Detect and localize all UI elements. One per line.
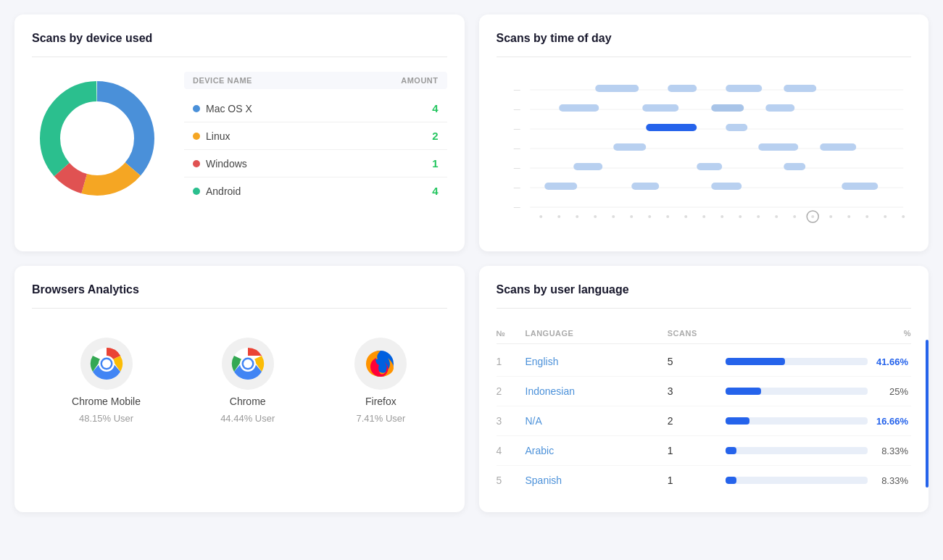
language-table-header: № LANGUAGE SCANS % — [497, 323, 912, 344]
chrome-mobile-pct: 48.15% User — [79, 413, 133, 424]
svg-rect-43 — [765, 104, 794, 112]
device-table: DEVICE NAME AMOUNT Mac OS X 4 Linux 2 Wi… — [184, 72, 447, 204]
svg-point-28 — [793, 215, 796, 218]
svg-point-24 — [720, 215, 723, 218]
table-row: Linux 2 — [184, 122, 447, 150]
lang-bar-fill — [726, 358, 785, 365]
svg-rect-37 — [668, 85, 697, 92]
device-name: Linux — [193, 130, 432, 142]
lang-col-bar — [726, 329, 868, 338]
svg-text:—: — — [513, 204, 520, 211]
lang-num: 5 — [497, 475, 525, 486]
table-row: 4 Arabic 1 8.33% — [497, 436, 912, 466]
lang-scans: 1 — [668, 475, 726, 486]
device-table-header: DEVICE NAME AMOUNT — [184, 72, 447, 89]
svg-rect-47 — [758, 143, 798, 151]
chrome-pct: 44.44% User — [220, 413, 275, 424]
lang-num: 1 — [497, 356, 525, 367]
lang-col-no: № — [497, 329, 525, 338]
svg-rect-51 — [784, 163, 805, 170]
svg-rect-46 — [613, 143, 646, 151]
svg-point-34 — [884, 215, 886, 218]
card-language: Scans by user language № LANGUAGE SCANS … — [479, 266, 929, 512]
svg-rect-48 — [820, 143, 856, 151]
lang-name: Arabic — [525, 445, 668, 456]
table-row: 1 English 5 41.66% — [497, 347, 912, 377]
device-dot — [193, 133, 200, 140]
svg-point-19 — [630, 215, 633, 218]
donut-svg — [32, 73, 162, 204]
device-dot — [193, 188, 200, 195]
device-label: Windows — [206, 158, 247, 170]
table-row: Mac OS X 4 — [184, 95, 447, 122]
table-row: 2 Indonesian 3 25% — [497, 377, 912, 406]
lang-bar-fill — [726, 388, 761, 395]
lang-bar — [726, 417, 868, 425]
svg-point-15 — [557, 215, 560, 218]
svg-text:—: — — [513, 145, 520, 152]
lang-name: Spanish — [525, 475, 668, 486]
svg-rect-39 — [784, 85, 816, 92]
browser-item-chrome: Chrome 44.44% User — [220, 338, 275, 424]
lang-bar-fill — [726, 417, 749, 425]
lang-num: 2 — [497, 385, 525, 397]
donut-chart — [32, 73, 162, 204]
lang-col-scans: SCANS — [668, 329, 726, 338]
svg-text:—: — — [513, 86, 520, 93]
device-name: Android — [193, 185, 432, 197]
chrome-mobile-name: Chrome Mobile — [72, 396, 141, 407]
device-rows: Mac OS X 4 Linux 2 Windows 1 Android 4 — [184, 95, 447, 204]
device-dot — [193, 105, 200, 112]
svg-point-26 — [757, 215, 760, 218]
svg-rect-54 — [711, 183, 741, 190]
lang-pct: 25% — [868, 386, 911, 397]
svg-text:—: — — [513, 125, 520, 133]
svg-point-60 — [102, 359, 111, 368]
table-row: 3 N/A 2 16.66% — [497, 406, 912, 436]
svg-point-29 — [811, 215, 814, 218]
device-amount: 2 — [432, 130, 438, 142]
lang-bar — [726, 388, 868, 395]
table-row: Windows 1 — [184, 150, 447, 177]
svg-rect-53 — [631, 183, 659, 190]
svg-point-33 — [865, 215, 868, 218]
browser-item-chrome-mobile: Chrome Mobile 48.15% User — [72, 338, 141, 424]
svg-rect-44 — [646, 124, 697, 131]
lang-num: 4 — [497, 445, 525, 456]
svg-point-23 — [702, 215, 705, 218]
svg-rect-50 — [697, 163, 722, 170]
lang-scans: 2 — [668, 415, 726, 427]
lang-name: English — [525, 356, 668, 367]
svg-point-14 — [539, 215, 542, 218]
svg-rect-36 — [595, 85, 639, 92]
card-language-title: Scans by user language — [497, 283, 912, 296]
device-content: DEVICE NAME AMOUNT Mac OS X 4 Linux 2 Wi… — [32, 72, 447, 204]
svg-point-32 — [847, 215, 850, 218]
browser-item-firefox: Firefox 7.41% User — [354, 338, 407, 424]
device-label: Android — [206, 185, 241, 197]
amount-col-header: AMOUNT — [401, 76, 438, 85]
card-browsers: Browsers Analytics Chrome Mo — [14, 266, 465, 512]
svg-point-20 — [648, 215, 651, 218]
svg-rect-45 — [726, 124, 747, 131]
chrome-icon — [222, 338, 274, 390]
svg-text:—: — — [513, 106, 520, 113]
svg-rect-38 — [726, 85, 762, 92]
svg-rect-55 — [842, 183, 878, 190]
table-row: Android 4 — [184, 177, 447, 204]
browsers-content: Chrome Mobile 48.15% User Chrome 44.4 — [32, 323, 447, 438]
lang-scans: 5 — [668, 356, 726, 367]
chrome-mobile-icon — [80, 338, 133, 390]
device-label: Linux — [206, 130, 230, 142]
lang-pct: 8.33% — [868, 446, 911, 456]
svg-point-18 — [612, 215, 615, 218]
lang-scans: 3 — [668, 385, 726, 397]
table-row: 5 Spanish 1 8.33% — [497, 466, 912, 495]
device-amount: 1 — [432, 157, 438, 170]
svg-rect-52 — [544, 183, 577, 190]
lang-rows: 1 English 5 41.66% 2 Indonesian 3 25% 3 … — [497, 347, 912, 495]
lang-name: Indonesian — [525, 385, 668, 397]
firefox-name: Firefox — [365, 396, 396, 407]
lang-pct: 16.66% — [868, 416, 911, 427]
dashboard: Scans by device used — [14, 14, 929, 512]
